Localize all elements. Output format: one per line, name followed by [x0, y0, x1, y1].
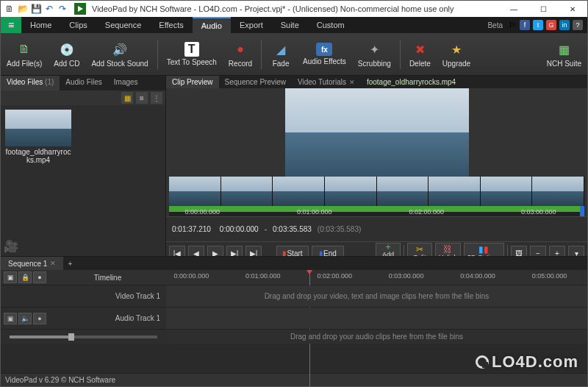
statusbar: VideoPad v 6.29 © NCH Software — [1, 373, 587, 386]
clip-label: footage_oldharryrocks.mp4 — [5, 148, 71, 164]
track-lock-button[interactable]: 🔒 — [18, 271, 32, 283]
preview-controls: 0:01:37.210 0:00:00.000 - 0:03:35.583 (0… — [166, 216, 587, 241]
track-collapse-button[interactable]: ▣ — [4, 313, 17, 324]
record-button[interactable]: ●Record — [223, 33, 258, 75]
clip-ruler[interactable]: 0:00:00.000 0:01:00.000 0:02:00.000 0:03… — [169, 206, 584, 216]
bin-items[interactable]: footage_oldharryrocks.mp4 🎥 — [1, 105, 165, 256]
app-icon — [74, 3, 86, 15]
open-icon[interactable]: 📂 — [17, 3, 29, 15]
star-icon: ★ — [448, 40, 465, 58]
sequence-tab[interactable]: Sequence 1✕ — [1, 257, 63, 270]
flag-icon[interactable]: 🏳 — [509, 21, 517, 29]
track-solo-button[interactable]: ● — [33, 313, 46, 324]
delete-icon: ✖ — [411, 40, 429, 58]
facebook-icon[interactable]: f — [520, 20, 530, 30]
menu-home[interactable]: Home — [21, 17, 60, 33]
cd-icon: 💿 — [58, 40, 76, 58]
menu-suite[interactable]: Suite — [272, 17, 308, 33]
audio-hint-lane[interactable]: Drag and drop your audio clips here from… — [166, 330, 587, 344]
menu-custom[interactable]: Custom — [308, 17, 354, 33]
tab-clip-file[interactable]: footage_oldharryrocks.mp4 — [361, 76, 462, 88]
current-time: 0:01:37.210 — [169, 224, 214, 235]
titlebar: 🗎 📂 💾 ↶ ↷ VideoPad by NCH Software - LO4… — [1, 1, 587, 17]
add-sequence-button[interactable]: + — [63, 257, 76, 270]
linkedin-icon[interactable]: in — [559, 20, 570, 30]
scrub-icon: ✦ — [365, 40, 383, 58]
close-icon[interactable]: ✕ — [349, 79, 355, 86]
save-icon[interactable]: 💾 — [30, 3, 42, 15]
add-file-button[interactable]: 🗎Add File(s) — [1, 33, 48, 75]
video-track-lane[interactable]: Drag and drop your video, text and image… — [166, 285, 587, 307]
menu-export[interactable]: Export — [231, 17, 272, 33]
track-record-button[interactable]: ● — [33, 271, 46, 283]
preview-panel: Clip Preview Sequence Preview Video Tuto… — [166, 76, 587, 256]
bin-options-button[interactable]: ⋮ — [151, 92, 162, 104]
audio-track-lane[interactable] — [166, 308, 587, 329]
track-mute-button[interactable]: 🔈 — [18, 313, 32, 324]
ruler-tick: 0:03:00.000 — [521, 206, 556, 216]
window-controls: — ☐ ✕ — [499, 1, 587, 17]
bin-toolbar: ▦ ≡ ⋮ — [1, 90, 165, 105]
tab-sequence-preview[interactable]: Sequence Preview — [219, 76, 292, 88]
filmstrip[interactable] — [169, 177, 584, 206]
timeline-ruler[interactable]: 0:00:00.000 0:01:00.000 0:02:00.000 0:03… — [166, 270, 587, 285]
add-cd-button[interactable]: 💿Add CD — [48, 33, 85, 75]
timeline-header: ▣ 🔒 ● Timeline 0:00:00.000 0:01:00.000 0… — [1, 270, 587, 285]
undo-icon[interactable]: ↶ — [43, 3, 55, 15]
bin-tab-video[interactable]: Video Files (1) — [1, 76, 60, 90]
fx-icon: fx — [316, 43, 332, 56]
fade-button[interactable]: ◢Fade — [265, 33, 297, 75]
content-area: Video Files (1) Audio Files Images ▦ ≡ ⋮… — [1, 76, 587, 373]
end-marker[interactable] — [580, 206, 584, 216]
help-icon[interactable]: ? — [573, 20, 583, 30]
audio-effects-button[interactable]: fxAudio Effects — [297, 33, 352, 75]
range-end: 0:03:35.583 — [270, 224, 315, 235]
text-to-speech-button[interactable]: TText To Speech — [161, 33, 223, 75]
track-collapse-button[interactable]: ▣ — [4, 271, 17, 283]
record-icon: ● — [232, 40, 249, 58]
bin-view-grid-button[interactable]: ▦ — [121, 92, 133, 104]
close-icon[interactable]: ✕ — [50, 260, 56, 267]
ruler-tick: 0:02:00.000 — [409, 206, 445, 216]
upgrade-button[interactable]: ★Upgrade — [437, 33, 476, 75]
preview-viewport[interactable] — [166, 88, 587, 177]
clip-thumbnail — [5, 110, 71, 146]
video-track: Video Track 1 Drag and drop your video, … — [1, 285, 587, 307]
tab-video-tutorials[interactable]: Video Tutorials✕ — [292, 76, 361, 88]
menu-clips[interactable]: Clips — [60, 17, 96, 33]
delete-button[interactable]: ✖Delete — [404, 33, 437, 75]
new-icon[interactable]: 🗎 — [4, 3, 15, 15]
nch-suite-button[interactable]: ▦NCH Suite — [541, 33, 587, 75]
twitter-icon[interactable]: t — [533, 20, 543, 30]
scrubbing-button[interactable]: ✦Scrubbing — [352, 33, 397, 75]
preview-tabs: Clip Preview Sequence Preview Video Tuto… — [166, 76, 587, 88]
ruler-tick: 0:00:00.000 — [184, 206, 220, 216]
app-menu-button[interactable]: ≡ — [1, 17, 21, 33]
bin-view-list-button[interactable]: ≡ — [136, 92, 148, 104]
bin-item[interactable]: footage_oldharryrocks.mp4 — [5, 110, 71, 164]
audio-track: ▣ 🔈 ● Audio Track 1 — [1, 307, 587, 329]
window-title: VideoPad by NCH Software - LO4D.com - Pr… — [89, 4, 499, 13]
range-start: 0:00:00.000 — [217, 224, 262, 235]
text-icon: T — [184, 42, 199, 57]
timeline-label: Timeline — [49, 274, 166, 282]
menu-effects[interactable]: Effects — [150, 17, 192, 33]
suite-icon: ▦ — [555, 40, 573, 58]
bin-tab-audio[interactable]: Audio Files — [60, 76, 107, 90]
tab-clip-preview[interactable]: Clip Preview — [166, 76, 219, 88]
maximize-button[interactable]: ☐ — [528, 1, 558, 17]
add-stock-sound-button[interactable]: 🔊Add Stock Sound — [85, 33, 154, 75]
menu-sequence[interactable]: Sequence — [96, 17, 151, 33]
fade-icon: ◢ — [272, 40, 290, 58]
ruler-tick: 0:01:00.000 — [297, 206, 332, 216]
googleplus-icon[interactable]: G — [546, 20, 556, 30]
bin-tab-images[interactable]: Images — [108, 76, 144, 90]
sequence-tabs: Sequence 1✕ + — [1, 257, 587, 270]
minimize-button[interactable]: — — [499, 1, 528, 17]
redo-icon[interactable]: ↷ — [57, 3, 68, 15]
volume-slider[interactable] — [10, 335, 157, 338]
beta-label[interactable]: Beta — [487, 21, 503, 29]
close-button[interactable]: ✕ — [558, 1, 587, 17]
timeline-panel: Sequence 1✕ + ▣ 🔒 ● Timeline 0:00:00.000… — [1, 256, 587, 373]
menu-audio[interactable]: Audio — [193, 17, 231, 33]
